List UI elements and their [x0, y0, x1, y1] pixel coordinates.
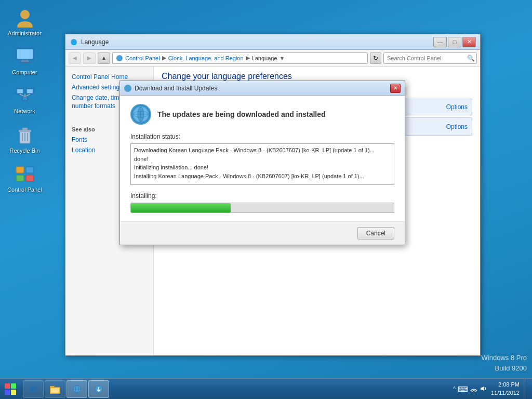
up-button[interactable]: ▲ — [98, 52, 110, 64]
svg-rect-20 — [26, 167, 34, 173]
tray-volume-icon[interactable] — [480, 385, 487, 393]
taskbar: e — [0, 378, 532, 399]
control-panel-icon[interactable]: Control Panel — [5, 162, 44, 195]
log-line-4: Installing Korean Language Pack - Window… — [134, 173, 364, 179]
svg-rect-19 — [16, 167, 24, 173]
refresh-button[interactable]: ↻ — [370, 52, 381, 64]
control-panel-img — [15, 164, 35, 184]
svg-rect-9 — [22, 97, 28, 101]
log-line-3: Initializing installation... done! — [134, 164, 208, 170]
svg-rect-4 — [19, 62, 31, 63]
taskbar-explorer[interactable] — [45, 380, 65, 398]
svg-rect-34 — [50, 386, 55, 388]
svg-point-26 — [125, 85, 131, 91]
options-link-korean[interactable]: Options — [446, 123, 468, 130]
computer-icon[interactable]: Computer — [5, 44, 44, 78]
watermark-line2: Build 9200 — [482, 363, 527, 374]
taskbar-updates[interactable] — [88, 380, 109, 398]
download-dialog: Download and Install Updates ✕ The updat… — [119, 81, 405, 245]
search-button[interactable]: 🔍 — [465, 52, 476, 64]
system-tray: ^ ⌨ — [453, 385, 487, 393]
administrator-label: Administrator — [8, 30, 42, 37]
taskbar-items: e — [21, 379, 449, 399]
updates-taskbar-icon — [94, 385, 103, 393]
taskbar-ie[interactable]: e — [23, 380, 44, 398]
breadcrumb-clock-language[interactable]: Clock, Language, and Region — [168, 55, 244, 61]
svg-rect-6 — [17, 89, 23, 93]
window-controls: — □ ✕ — [433, 37, 476, 47]
dialog-title-text: Download and Install Updates — [135, 85, 390, 92]
dialog-header-row: The updates are being downloaded and ins… — [130, 104, 394, 125]
svg-rect-8 — [27, 89, 33, 93]
watermark-line1: Windows 8 Pro — [482, 353, 527, 363]
svg-rect-3 — [21, 60, 29, 62]
svg-line-11 — [20, 94, 25, 97]
network-icon[interactable]: Network — [5, 83, 44, 117]
cancel-button[interactable]: Cancel — [357, 227, 394, 240]
show-desktop-button[interactable] — [524, 379, 528, 400]
taskbar-right: ^ ⌨ 2:08 PM 11/11/2012 — [449, 379, 532, 399]
status-label: Installation status: — [130, 133, 394, 140]
administrator-icon[interactable]: Administrator — [5, 5, 44, 39]
search-input[interactable] — [384, 55, 465, 61]
clock[interactable]: 2:08 PM 11/11/2012 — [491, 381, 520, 397]
svg-point-25 — [116, 55, 123, 61]
svg-line-12 — [25, 94, 30, 97]
start-button[interactable] — [0, 379, 21, 400]
breadcrumb-language: Language — [252, 55, 277, 61]
network-img — [15, 85, 35, 106]
breadcrumb-dropdown[interactable]: ▼ — [280, 55, 285, 61]
dialog-body: The updates are being downloaded and ins… — [120, 96, 405, 221]
breadcrumb-control-panel[interactable]: Control Panel — [125, 55, 160, 61]
window-title-icon: 🌐 — [70, 38, 78, 46]
maximize-button[interactable]: □ — [448, 37, 461, 47]
log-line-1: Downloading Korean Language Pack - Windo… — [134, 147, 375, 153]
clock-time: 2:08 PM — [491, 381, 520, 389]
progress-container — [130, 203, 394, 213]
recycle-bin-label: Recycle Bin — [9, 148, 39, 154]
network-label: Network — [14, 108, 35, 115]
tray-network-icon[interactable] — [470, 385, 477, 393]
svg-rect-35 — [51, 388, 59, 393]
page-title: Change your language preferences — [162, 72, 472, 81]
dialog-title-icon — [124, 85, 131, 92]
taskbar-language[interactable] — [66, 380, 87, 398]
svg-rect-15 — [22, 128, 28, 130]
clock-date: 11/11/2012 — [491, 389, 520, 397]
minimize-button[interactable]: — — [433, 37, 447, 47]
installing-label: Installing: — [130, 192, 394, 200]
language-taskbar-icon — [72, 385, 82, 393]
dialog-close-button[interactable]: ✕ — [390, 84, 401, 93]
desktop-icons: Administrator Computer — [5, 5, 44, 195]
breadcrumb: Control Panel ▶ Clock, Language, and Reg… — [112, 52, 368, 64]
recycle-bin-img — [15, 125, 35, 145]
dialog-titlebar: Download and Install Updates ✕ — [120, 81, 405, 96]
svg-rect-2 — [17, 49, 33, 59]
svg-rect-14 — [19, 130, 31, 132]
status-log: Downloading Korean Language Pack - Windo… — [130, 143, 394, 185]
progress-bar — [131, 203, 231, 212]
computer-label: Computer — [12, 69, 37, 76]
address-bar: ◀ ▶ ▲ Control Panel ▶ Clock, Language, a… — [65, 50, 480, 66]
search-bar: 🔍 — [383, 52, 477, 64]
log-line-2: done! — [134, 156, 149, 162]
recycle-bin-icon[interactable]: Recycle Bin — [5, 123, 44, 156]
window-title-text: Language — [81, 38, 433, 46]
forward-button[interactable]: ▶ — [83, 52, 96, 64]
options-link-english[interactable]: Options — [446, 103, 468, 111]
close-button[interactable]: ✕ — [462, 37, 476, 47]
back-button[interactable]: ◀ — [69, 52, 81, 64]
tray-keyboard-icon: ⌨ — [458, 385, 468, 393]
svg-rect-22 — [26, 175, 34, 181]
dialog-footer: Cancel — [120, 221, 405, 245]
svg-rect-21 — [16, 175, 24, 181]
tray-arrow[interactable]: ^ — [453, 386, 456, 392]
explorer-icon — [50, 384, 60, 394]
dialog-header-icon — [130, 104, 151, 125]
computer-img — [15, 46, 35, 67]
desktop-watermark: Windows 8 Pro Build 9200 — [482, 353, 527, 373]
desktop: Administrator Computer — [0, 0, 532, 399]
svg-point-0 — [20, 10, 30, 19]
administrator-img — [15, 7, 35, 28]
ie-icon: e — [31, 383, 36, 394]
